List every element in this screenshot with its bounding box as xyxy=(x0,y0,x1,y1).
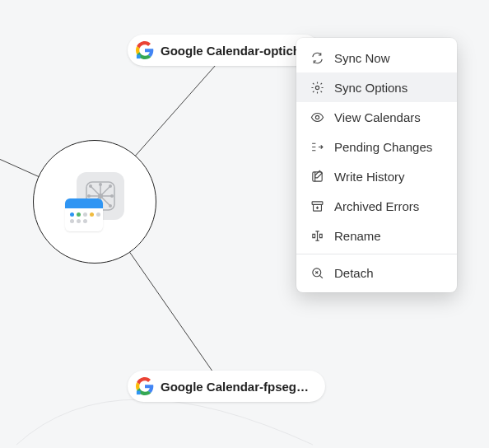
menu-item-label: View Calendars xyxy=(334,110,421,124)
menu-item-label: Write History xyxy=(334,170,405,184)
svg-rect-26 xyxy=(312,201,323,204)
node-google-calendar-bottom[interactable]: Google Calendar-fpseggo… xyxy=(128,371,325,402)
menu-item-label: Detach xyxy=(334,266,374,280)
pending-icon xyxy=(310,139,324,154)
gear-icon xyxy=(310,80,324,95)
menu-item-label: Rename xyxy=(334,229,381,243)
sync-icon xyxy=(310,50,324,65)
context-menu: Sync Now Sync Options View Calendars Pen… xyxy=(296,38,457,292)
detach-icon xyxy=(310,265,324,280)
menu-item-pending-changes[interactable]: Pending Changes xyxy=(296,132,457,161)
history-icon xyxy=(310,169,324,184)
svg-point-24 xyxy=(315,115,319,119)
google-icon xyxy=(136,377,154,395)
graph-canvas[interactable]: Google Calendar-optiche Google Calendar-… xyxy=(0,0,489,448)
calendar-icon xyxy=(65,198,103,231)
menu-item-rename[interactable]: Rename xyxy=(296,221,457,250)
svg-point-23 xyxy=(315,86,319,89)
menu-item-detach[interactable]: Detach xyxy=(296,258,457,287)
google-icon xyxy=(136,41,154,59)
menu-item-write-history[interactable]: Write History xyxy=(296,161,457,191)
menu-item-label: Sync Options xyxy=(334,81,408,95)
menu-item-sync-now[interactable]: Sync Now xyxy=(296,43,457,72)
node-label: Google Calendar-fpseggo… xyxy=(161,380,312,394)
hub-icon xyxy=(65,172,124,231)
menu-item-view-calendars[interactable]: View Calendars xyxy=(296,102,457,132)
rename-icon xyxy=(310,228,324,243)
eye-icon xyxy=(310,110,324,124)
menu-item-label: Archived Errors xyxy=(334,199,419,213)
menu-item-sync-options[interactable]: Sync Options xyxy=(296,72,457,102)
svg-rect-21 xyxy=(137,55,141,59)
node-google-calendar-top[interactable]: Google Calendar-optiche xyxy=(128,35,320,66)
svg-line-13 xyxy=(91,186,100,196)
menu-item-archived-errors[interactable]: Archived Errors xyxy=(296,191,457,221)
node-label: Google Calendar-optiche xyxy=(161,44,307,58)
menu-item-label: Sync Now xyxy=(334,51,390,65)
menu-separator xyxy=(296,254,457,254)
svg-rect-22 xyxy=(137,391,141,395)
archive-icon xyxy=(310,198,324,213)
hub-node[interactable] xyxy=(33,140,156,264)
menu-item-label: Pending Changes xyxy=(334,140,432,154)
svg-line-14 xyxy=(100,186,110,196)
